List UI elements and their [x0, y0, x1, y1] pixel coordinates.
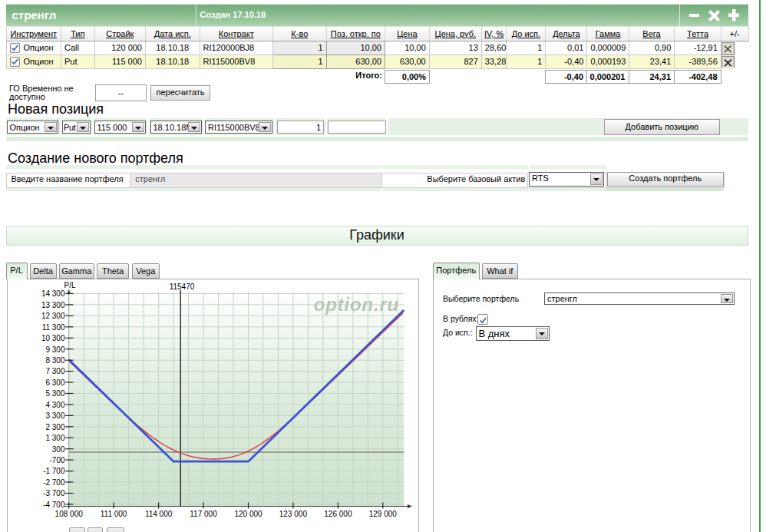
svg-text:111 000: 111 000	[101, 510, 127, 518]
svg-text:2 300: 2 300	[45, 423, 64, 431]
svg-text:6 300: 6 300	[45, 378, 64, 387]
svg-text:8 300: 8 300	[45, 356, 64, 365]
svg-text:4 300: 4 300	[45, 401, 64, 409]
svg-text:-3 700: -3 700	[43, 489, 65, 497]
svg-text:13 300: 13 300	[41, 301, 65, 309]
svg-text:3 300: 3 300	[45, 411, 64, 420]
svg-text:129 000: 129 000	[369, 510, 398, 518]
svg-text:9 300: 9 300	[45, 345, 64, 354]
svg-text:P/L: P/L	[64, 281, 75, 289]
svg-text:300: 300	[52, 445, 65, 454]
svg-text:1 300: 1 300	[45, 434, 64, 442]
svg-text:120 000: 120 000	[234, 510, 262, 518]
svg-text:126 000: 126 000	[324, 510, 352, 518]
svg-text:14 300: 14 300	[41, 289, 65, 298]
svg-text:option.ru: option.ru	[314, 294, 399, 315]
svg-text:-2 700: -2 700	[43, 478, 65, 487]
svg-text:114 000: 114 000	[145, 510, 173, 518]
svg-text:123 000: 123 000	[279, 510, 308, 518]
svg-text:5 300: 5 300	[45, 389, 64, 398]
svg-text:7 300: 7 300	[45, 367, 64, 375]
svg-text:10 300: 10 300	[41, 334, 65, 342]
svg-text:11 300: 11 300	[42, 323, 65, 332]
svg-text:108 000: 108 000	[55, 510, 84, 518]
svg-text:-1 700: -1 700	[43, 467, 65, 475]
svg-text:12 300: 12 300	[41, 312, 65, 320]
svg-text:-700: -700	[49, 456, 64, 464]
svg-text:117 000: 117 000	[190, 510, 217, 518]
svg-text:115470: 115470	[170, 283, 195, 291]
svg-text:-4 700: -4 700	[43, 501, 65, 509]
